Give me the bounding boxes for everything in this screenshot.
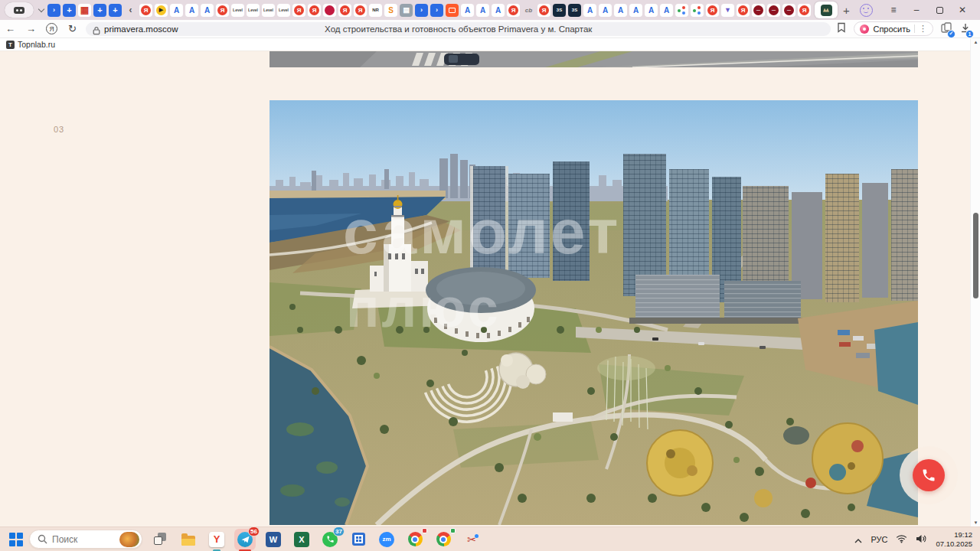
taskbar-app-word[interactable]: W <box>263 529 284 550</box>
tab-favicon-blue-a[interactable]: A <box>170 4 183 17</box>
tab-favicon-nr[interactable]: NR <box>369 4 382 17</box>
tab-favicon-ya[interactable]: Я <box>308 4 321 17</box>
taskbar-search[interactable]: Поиск <box>29 530 142 549</box>
tab-favicon-blue-a[interactable]: A <box>645 4 658 17</box>
taskbar-app-whatsapp[interactable]: 37 <box>319 529 341 550</box>
yandex-home-button[interactable]: Я <box>41 23 62 34</box>
restore-button[interactable] <box>928 0 951 20</box>
minimize-button[interactable]: – <box>905 0 928 20</box>
tray-chevron-icon[interactable] <box>854 533 862 546</box>
tab-favicon-blue-plus[interactable]: + <box>63 4 76 17</box>
tab-favicon-tri[interactable]: ▼ <box>721 4 734 17</box>
tab-favicon-chevron-left[interactable]: ‹ <box>124 4 137 17</box>
menu-icon[interactable]: ≡ <box>882 0 905 20</box>
tab-favicon-ya[interactable]: Я <box>139 4 152 17</box>
tab-favicon-blue-a[interactable]: A <box>461 4 474 17</box>
taskbar-app-zoom[interactable]: zm <box>376 529 397 550</box>
tab-favicon-blue-a[interactable]: A <box>201 4 214 17</box>
tab-favicon-blue-a[interactable]: A <box>492 4 505 17</box>
taskbar-app-yandex-browser[interactable]: Y <box>206 529 227 550</box>
downloads-button[interactable]: 1 <box>960 22 971 36</box>
tab-favicon-dots[interactable] <box>691 4 704 17</box>
taskbar-app-telegram[interactable]: 56 <box>234 529 256 550</box>
forward-button[interactable]: → <box>21 23 41 34</box>
bookmarks-bar: T Topnlab.ru <box>0 38 980 51</box>
tab-favicon-level[interactable]: Level <box>231 4 244 17</box>
close-button[interactable]: ✕ <box>951 0 974 20</box>
taskbar-app-snipping-tool[interactable]: ✂ <box>461 529 482 550</box>
profile-icon[interactable] <box>860 4 873 17</box>
tab-favicon-blue-a[interactable]: A <box>660 4 673 17</box>
tab-list-button[interactable] <box>5 2 34 18</box>
tab-favicon-ya[interactable]: Я <box>292 4 305 17</box>
back-button[interactable]: ← <box>0 23 21 34</box>
chevron-down-icon[interactable] <box>38 5 44 11</box>
tab-favicon-dots[interactable] <box>675 4 688 17</box>
tab-favicon-blue-a[interactable]: A <box>614 4 627 17</box>
tab-favicon-blue-arrow[interactable]: › <box>47 4 60 17</box>
tab-favicon-oval[interactable]: — <box>782 4 795 17</box>
taskbar-app-file-explorer[interactable] <box>178 529 199 550</box>
refresh-button[interactable]: ↻ <box>62 23 83 34</box>
tab-favicon-ya[interactable]: Я <box>216 4 229 17</box>
start-button[interactable] <box>9 533 22 546</box>
tab-favicon-oval[interactable]: — <box>752 4 765 17</box>
tab-favicon-blue-arrow[interactable]: › <box>415 4 428 17</box>
tab-favicon-cb[interactable]: cb <box>522 4 535 17</box>
scroll-down-arrow[interactable]: ▼ <box>971 520 980 525</box>
tab-favicon-red-calc[interactable]: ▦ <box>78 4 91 17</box>
tab-favicon-gray-box[interactable]: ▤ <box>400 4 413 17</box>
active-tab[interactable] <box>815 2 838 18</box>
taskbar-clock[interactable]: 19:12 07.10.2025 <box>936 530 972 549</box>
tab-favicon-blue-a[interactable]: A <box>185 4 198 17</box>
tab-favicon-ya[interactable]: Я <box>798 4 811 17</box>
tab-favicon-blue-a[interactable]: A <box>583 4 596 17</box>
tab-favicon-s3[interactable]: 3S <box>553 4 566 17</box>
scroll-up-arrow[interactable]: ▲ <box>971 40 980 44</box>
chrome-icon <box>408 532 423 546</box>
bookmark-icon[interactable] <box>837 22 846 36</box>
tab-favicon-blue-plus[interactable]: + <box>109 4 122 17</box>
tab-favicon-ya[interactable]: Я <box>354 4 367 17</box>
scrollbar-thumb[interactable] <box>973 213 978 298</box>
tab-favicon-red-blob[interactable] <box>323 4 336 17</box>
tab-favicon-orange-s[interactable]: S <box>384 4 397 17</box>
tab-favicon-level[interactable]: Level <box>262 4 275 17</box>
search-placeholder: Поиск <box>52 534 115 545</box>
taskbar-app-task-view[interactable] <box>149 529 171 550</box>
scrollbar-track[interactable]: ▲ ▼ <box>970 38 980 527</box>
tab-favicon-blue-a[interactable]: A <box>629 4 642 17</box>
wifi-icon[interactable] <box>896 533 907 546</box>
taskbar-app-chrome-1[interactable] <box>404 529 426 550</box>
tab-favicon-blue-a[interactable]: A <box>476 4 489 17</box>
bookmark-item-topnlab[interactable]: T Topnlab.ru <box>6 40 55 49</box>
tab-favicon-s3[interactable]: 3S <box>568 4 581 17</box>
tab-favicon-blue-arrow[interactable]: › <box>430 4 443 17</box>
tab-favicon-ya[interactable]: Я <box>338 4 351 17</box>
tab-favicon-play[interactable]: ▶ <box>155 4 168 17</box>
volume-icon[interactable] <box>916 533 927 546</box>
taskbar-app-excel[interactable]: X <box>291 529 312 550</box>
tab-favicon-ya[interactable]: Я <box>737 4 750 17</box>
tab-favicon-oval[interactable]: — <box>767 4 780 17</box>
tab-favicon-blue-a[interactable]: A <box>599 4 612 17</box>
tab-favicon-blue-plus[interactable]: + <box>93 4 106 17</box>
language-indicator[interactable]: РУС <box>871 535 887 544</box>
extension-pages-icon[interactable]: ✓ <box>941 22 952 36</box>
address-bar[interactable]: primavera.moscow Ход строительства и гот… <box>86 22 831 36</box>
callback-phone-button[interactable] <box>913 459 945 491</box>
taskbar-app-chrome-2[interactable] <box>433 529 454 550</box>
desktop: ›+▦++‹Я▶AAAЯLevelLevelLevelLevelЯЯЯЯNRS▤… <box>0 0 980 551</box>
ask-alice-button[interactable]: Спросить ⋮ <box>854 21 933 36</box>
more-options-icon[interactable]: ⋮ <box>919 24 927 34</box>
tab-favicon-ya[interactable]: Я <box>706 4 719 17</box>
new-tab-button[interactable]: + <box>843 4 850 17</box>
tab-favicon-orange-box[interactable] <box>446 4 459 17</box>
word-icon: W <box>266 532 281 547</box>
tab-favicon-level[interactable]: Level <box>247 4 260 17</box>
tab-favicon-ya[interactable]: Я <box>507 4 520 17</box>
taskbar-app-grid-app[interactable] <box>348 529 369 550</box>
tab-favicon-ya[interactable]: Я <box>537 4 550 17</box>
tab-favicon-level[interactable]: Level <box>277 4 290 17</box>
search-highlight-image[interactable] <box>119 532 139 547</box>
